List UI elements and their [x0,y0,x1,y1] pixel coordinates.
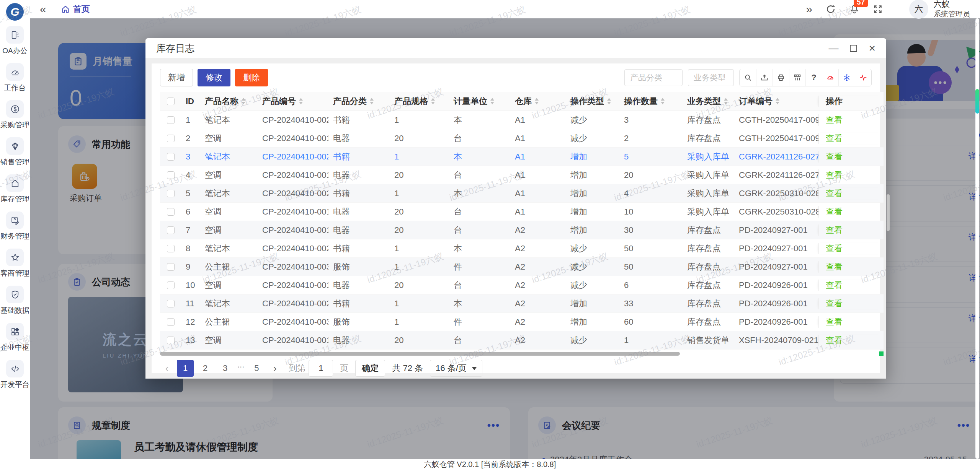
help-icon[interactable]: ? [805,69,822,86]
refresh-icon[interactable] [825,4,836,15]
pulse-icon[interactable] [855,69,871,86]
prev-page-icon[interactable]: ‹ [160,363,174,374]
view-link[interactable]: 查看 [826,133,843,144]
app-logo-icon[interactable]: G [6,3,24,21]
row-checkbox[interactable] [167,300,175,307]
select-all-checkbox[interactable] [167,98,175,105]
sort-icon[interactable] [661,96,665,106]
sort-icon[interactable] [607,96,611,106]
row-checkbox[interactable] [167,171,175,179]
sidebar-item-2[interactable]: 工作台 [0,63,30,93]
sort-icon[interactable] [299,96,303,106]
view-link[interactable]: 查看 [826,169,843,181]
row-checkbox[interactable] [167,135,175,142]
page-size-select[interactable]: 16 条/页 [430,360,482,377]
sort-icon[interactable] [535,96,539,106]
sort-icon[interactable] [776,96,779,106]
table-row[interactable]: 11笔记本CP-20240410-002书籍1本A2增加33库存盘点PD-202… [160,294,884,313]
add-button[interactable]: 新增 [160,69,193,86]
sort-icon[interactable] [431,96,435,106]
notifications-button[interactable]: 57 [849,4,860,15]
table-row[interactable]: 10空调CP-20240410-001电器20台A2减少6库存盘点PD-2024… [160,276,884,294]
row-checkbox[interactable] [167,153,175,161]
column-header-3[interactable]: 产品编号 [258,96,328,107]
table-row[interactable]: 3笔记本CP-20240410-002书籍1本A1增加5采购入库单CGRK-20… [160,148,884,166]
fullscreen-icon[interactable] [873,4,883,14]
row-checkbox[interactable] [167,116,175,124]
table-row[interactable]: 4空调CP-20240410-001电器20台A1增加20采购入库单CGRK-2… [160,166,884,184]
expand-tabs-icon[interactable]: » [806,3,812,15]
column-header-5[interactable]: 产品规格 [390,96,449,107]
sidebar-item-6[interactable]: 财务管理 [0,211,30,241]
delete-button[interactable]: 删除 [235,69,268,86]
view-link[interactable]: 查看 [826,151,843,163]
row-checkbox[interactable] [167,208,175,216]
table-row[interactable]: 2空调CP-20240410-001电器20台A1减少2库存盘点CGTH-202… [160,129,884,148]
page-scrollbar[interactable] [975,18,979,459]
product-category-filter-input[interactable] [624,69,683,86]
page-button-5[interactable]: 5 [248,360,265,377]
row-checkbox[interactable] [167,281,175,289]
table-row[interactable]: 6空调CP-20240410-001电器20台A1增加10采购入库单CGRK-2… [160,203,884,221]
table-row[interactable]: 12公主裙CP-20240410-003服饰1件A2增加60库存盘点PD-202… [160,313,884,331]
sidebar-item-9[interactable]: 企业中枢 [0,323,30,353]
row-checkbox[interactable] [167,245,175,252]
edit-button[interactable]: 修改 [198,69,230,86]
page-button-2[interactable]: 2 [197,360,214,377]
search-icon[interactable] [740,69,756,86]
view-link[interactable]: 查看 [826,280,843,291]
column-header-6[interactable]: 计量单位 [449,96,510,107]
print-icon[interactable] [773,69,789,86]
goto-confirm-button[interactable]: 确定 [355,360,385,377]
view-link[interactable]: 查看 [826,243,843,254]
business-type-filter-input[interactable] [688,69,734,86]
snowflake-icon[interactable] [838,69,855,86]
table-row[interactable]: 5笔记本CP-20240410-002书籍1本A1增加4采购入库单CGRK-20… [160,184,884,203]
column-header-10[interactable]: 业务类型 [683,96,734,107]
column-header-8[interactable]: 操作类型 [566,96,619,107]
goto-page-input[interactable] [309,360,333,377]
column-header-4[interactable]: 产品分类 [328,96,390,107]
table-hscrollbar-thumb[interactable] [160,352,680,356]
view-link[interactable]: 查看 [826,114,843,126]
sidebar-item-1[interactable]: OA办公 [0,26,30,56]
user-menu[interactable]: 六 六蚁 系统管理员 [909,0,970,19]
sort-icon[interactable] [242,96,245,106]
column-header-11[interactable]: 订单编号 [734,96,818,107]
sidebar-item-8[interactable]: 基础数据 [0,286,30,316]
view-link[interactable]: 查看 [826,298,843,309]
minimize-icon[interactable]: — [828,43,838,53]
column-header-2[interactable]: 产品名称 [200,96,258,107]
table-row[interactable]: 9公主裙CP-20240410-003服饰1件A2减少50库存盘点PD-2024… [160,258,884,276]
column-header-7[interactable]: 仓库 [510,96,566,107]
page-button-1[interactable]: 1 [177,360,194,377]
row-checkbox[interactable] [167,263,175,271]
sidebar-item-3[interactable]: 采购管理 [0,100,30,130]
maximize-icon[interactable] [850,45,857,52]
sort-icon[interactable] [370,96,374,106]
view-link[interactable]: 查看 [826,206,843,218]
breadcrumb[interactable]: 首页 [61,3,90,15]
sidebar-item-10[interactable]: 开发平台 [0,360,30,390]
table-row[interactable]: 1笔记本CP-20240410-002书籍1本A1减少3库存盘点CGTH-202… [160,111,884,129]
view-link[interactable]: 查看 [826,224,843,236]
table-vscrollbar-thumb[interactable] [887,194,890,231]
sidebar-item-7[interactable]: 客商管理 [0,249,30,278]
row-checkbox[interactable] [167,226,175,234]
gauge-icon[interactable] [822,69,838,86]
collapse-sidebar-icon[interactable]: « [40,3,46,15]
view-link[interactable]: 查看 [826,188,843,199]
view-link[interactable]: 查看 [826,261,843,273]
close-icon[interactable]: × [869,42,875,54]
table-row[interactable]: 7空调CP-20240410-001电器20台A2增加30库存盘点PD-2024… [160,221,884,239]
sidebar-item-4[interactable]: 销售管理 [0,137,30,167]
next-page-icon[interactable]: › [268,363,282,374]
row-checkbox[interactable] [167,337,175,344]
export-icon[interactable] [756,69,773,86]
sort-icon[interactable] [724,96,728,106]
sort-icon[interactable] [490,96,494,106]
row-checkbox[interactable] [167,190,175,197]
page-scrollbar-thumb[interactable] [975,89,979,114]
column-header-9[interactable]: 操作数量 [619,96,683,107]
view-link[interactable]: 查看 [826,335,843,346]
